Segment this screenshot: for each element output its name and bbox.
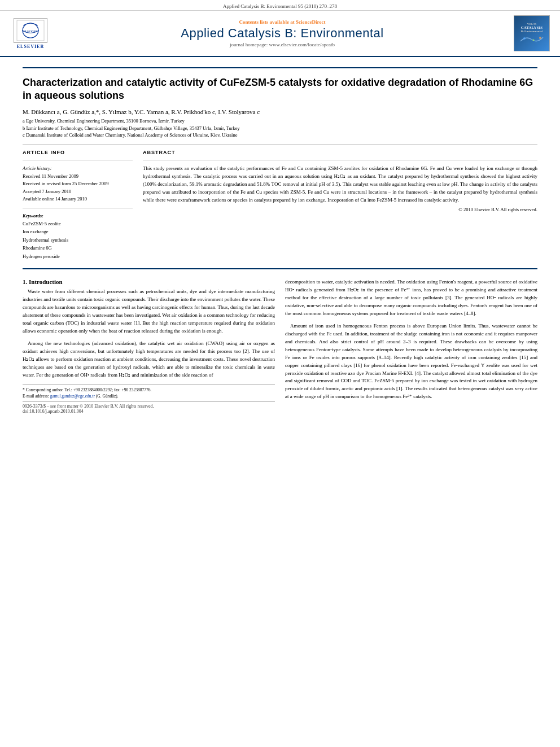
keyword-5: Hydrogen peroxide	[23, 252, 133, 260]
footnotes: * Corresponding author. Tel.: +90 232388…	[23, 384, 275, 400]
article-info-col: ARTICLE INFO Article history: Received 1…	[23, 150, 133, 260]
email-label: E-mail address:	[23, 394, 50, 399]
abstract-label: ABSTRACT	[143, 150, 537, 155]
article-info-label: ARTICLE INFO	[23, 150, 133, 155]
intro-heading: 1. Introduction	[23, 278, 275, 285]
abstract-col: ABSTRACT This study presents an evaluati…	[143, 150, 537, 260]
article-history: Article history: Received 11 November 20…	[23, 165, 133, 203]
email-name: (G. Gündüz).	[96, 394, 119, 399]
affiliation-c: c Dumanski Institute of Colloid and Wate…	[23, 132, 537, 139]
top-journal-bar: Applied Catalysis B: Environmental 95 (2…	[0, 0, 560, 11]
received-date: Received 11 November 2009	[23, 173, 133, 181]
svg-text:ELSEVIER: ELSEVIER	[23, 30, 38, 33]
revised-date: Received in revised form 25 December 200…	[23, 180, 133, 188]
affiliations: a Ege University, Chemical Engineering D…	[23, 117, 537, 139]
intro-para-1: Waste water from different chemical proc…	[23, 288, 275, 335]
info-abstract-section: ARTICLE INFO Article history: Received 1…	[23, 150, 537, 260]
authors-line: M. Dükkancı a, G. Gündüz a,*, S. Yılmaz …	[23, 108, 537, 115]
keywords-list: CuFeZSM-5 zeolite Ion exchange Hydrother…	[23, 220, 133, 260]
keyword-1: CuFeZSM-5 zeolite	[23, 220, 133, 228]
affiliation-a: a Ege University, Chemical Engineering D…	[23, 117, 537, 125]
elsevier-logo-box: ELSEVIER	[14, 18, 47, 43]
affiliation-b: b İzmir Institute of Technology, Chemica…	[23, 125, 537, 132]
cover-title: CATALYSIS	[521, 25, 542, 30]
intro-para-2: Among the new technologies (advanced oxi…	[23, 340, 275, 379]
journal-center: Contents lists available at ScienceDirec…	[51, 19, 514, 47]
article-title: Characterization and catalytic activity …	[23, 76, 537, 103]
footnote-email: E-mail address: gamul.gunduz@ege.edu.tr …	[23, 393, 275, 399]
divider-keywords	[23, 208, 133, 208]
journal-title: Applied Catalysis B: Environmental	[51, 26, 514, 41]
journal-homepage: journal homepage: www.elsevier.com/locat…	[51, 42, 514, 47]
article-body: Characterization and catalytic activity …	[0, 57, 560, 425]
keyword-2: Ion exchange	[23, 228, 133, 235]
svg-point-3	[523, 37, 526, 40]
footnote-corresponding: * Corresponding author. Tel.: +90 232388…	[23, 387, 275, 393]
main-right-col: decomposition to water, catalytic activa…	[285, 278, 537, 414]
issn-text: 0926-3373/$ – see front matter © 2010 El…	[23, 404, 275, 409]
right-para-2: Amount of iron used in homogeneous Fento…	[285, 322, 537, 401]
divider-info	[23, 145, 537, 145]
keywords-section: Keywords: CuFeZSM-5 zeolite Ion exchange…	[23, 208, 133, 260]
authors-text: M. Dükkancı a, G. Gündüz a,*, S. Yılmaz …	[23, 108, 260, 115]
sciencedirect-brand[interactable]: ScienceDirect	[296, 19, 325, 25]
main-left-col: 1. Introduction Waste water from differe…	[23, 278, 275, 414]
copyright: © 2010 Elsevier B.V. All rights reserved…	[143, 207, 537, 212]
journal-header: ELSEVIER ELSEVIER Contents lists availab…	[0, 11, 560, 57]
elsevier-logo: ELSEVIER ELSEVIER	[10, 18, 51, 49]
divider-abstract	[143, 160, 537, 160]
keyword-3: Hydrothermal synthesis	[23, 236, 133, 244]
bottom-bar: 0926-3373/$ – see front matter © 2010 El…	[23, 401, 275, 414]
sciencedirect-link: Contents lists available at ScienceDirec…	[51, 19, 514, 25]
accepted-date: Accepted 7 January 2010	[23, 188, 133, 196]
available-date: Available online 14 January 2010	[23, 195, 133, 203]
journal-cover: VOL 95 CATALYSIS B: Environmental	[514, 15, 550, 51]
keyword-4: Rhodamine 6G	[23, 244, 133, 252]
main-body: 1. Introduction Waste water from differe…	[23, 278, 537, 414]
journal-citation: Applied Catalysis B: Environmental 95 (2…	[223, 3, 337, 9]
divider-top	[23, 67, 537, 68]
history-label: Article history:	[23, 165, 52, 171]
abstract-text: This study presents an evaluation of the…	[143, 165, 537, 204]
email-link[interactable]: gamul.gunduz@ege.edu.tr	[50, 394, 95, 399]
keywords-label: Keywords:	[23, 213, 133, 219]
right-para-1: decomposition to water, catalytic activa…	[285, 278, 537, 318]
svg-point-5	[539, 37, 541, 39]
page: Applied Catalysis B: Environmental 95 (2…	[0, 0, 560, 747]
divider-body	[23, 268, 537, 269]
doi-text: doi:10.1016/j.apcatb.2010.01.004	[23, 409, 275, 414]
svg-point-4	[533, 40, 535, 41]
elsevier-text: ELSEVIER	[17, 44, 44, 49]
divider-article-info	[23, 160, 133, 160]
